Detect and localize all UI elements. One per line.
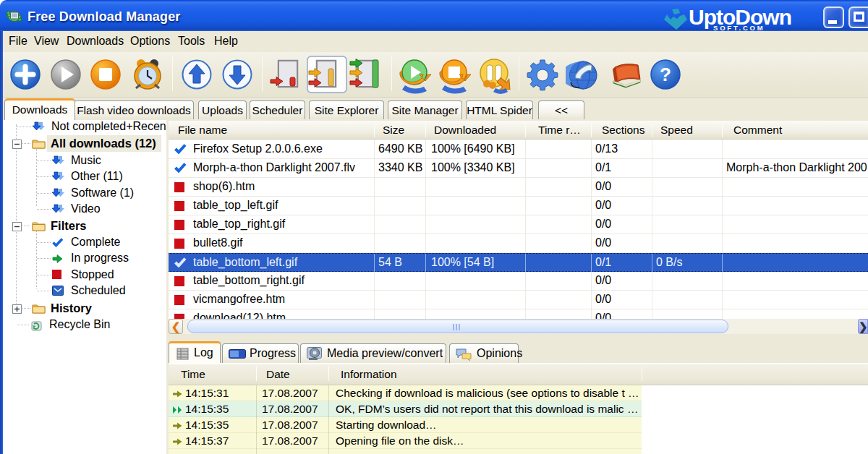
svg-text:?: ? [660, 64, 671, 85]
